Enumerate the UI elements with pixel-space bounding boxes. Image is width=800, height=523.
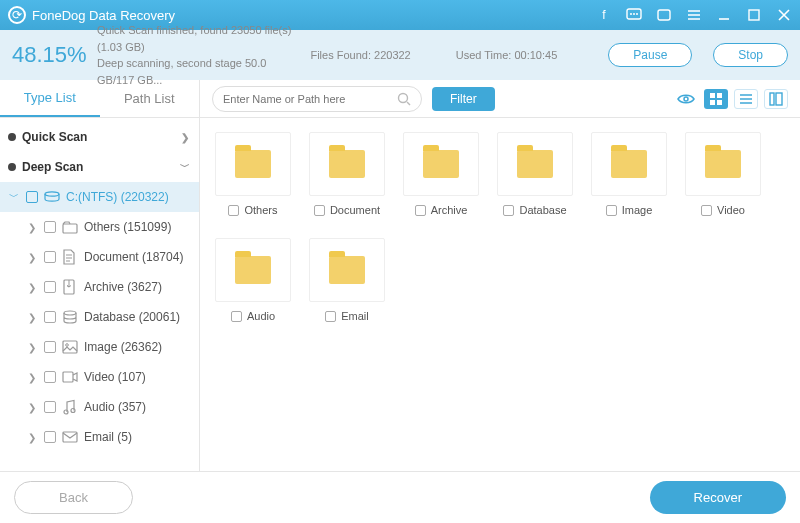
folder-label: Video bbox=[717, 204, 745, 216]
svg-point-19 bbox=[66, 344, 69, 347]
svg-point-2 bbox=[633, 13, 635, 15]
checkbox[interactable] bbox=[26, 191, 38, 203]
tree-item[interactable]: ❯Email (5) bbox=[0, 422, 199, 452]
view-detail-icon[interactable] bbox=[764, 89, 788, 109]
folder-cell[interactable]: Archive bbox=[394, 132, 488, 216]
back-button[interactable]: Back bbox=[14, 481, 133, 514]
stop-button[interactable]: Stop bbox=[713, 43, 788, 67]
svg-point-1 bbox=[630, 13, 632, 15]
folder-icon bbox=[705, 150, 741, 178]
tree-item[interactable]: ❯Video (107) bbox=[0, 362, 199, 392]
chevron-right-icon: ❯ bbox=[26, 372, 38, 383]
tree-item[interactable]: ❯Database (20061) bbox=[0, 302, 199, 332]
checkbox[interactable] bbox=[415, 205, 426, 216]
checkbox[interactable] bbox=[503, 205, 514, 216]
folder-thumbnail bbox=[215, 238, 291, 302]
folder-label: Archive bbox=[431, 204, 468, 216]
folder-icon bbox=[423, 150, 459, 178]
register-icon[interactable] bbox=[656, 7, 672, 23]
chevron-right-icon: ❯ bbox=[26, 282, 38, 293]
view-grid-icon[interactable] bbox=[704, 89, 728, 109]
used-time-value: 00:10:45 bbox=[514, 49, 557, 61]
tree-drive-label: C:(NTFS) (220322) bbox=[66, 190, 191, 204]
tree-drive[interactable]: ﹀ C:(NTFS) (220322) bbox=[0, 182, 199, 212]
app-title: FoneDog Data Recovery bbox=[32, 8, 596, 23]
tree-item[interactable]: ❯Others (151099) bbox=[0, 212, 199, 242]
folder-icon bbox=[235, 150, 271, 178]
tree-item[interactable]: ❯Image (26362) bbox=[0, 332, 199, 362]
folder-cell[interactable]: Document bbox=[300, 132, 394, 216]
folder-cell[interactable]: Audio bbox=[206, 238, 300, 322]
bullet-icon bbox=[8, 163, 16, 171]
checkbox[interactable] bbox=[314, 205, 325, 216]
checkbox[interactable] bbox=[606, 205, 617, 216]
checkbox[interactable] bbox=[44, 401, 56, 413]
checkbox[interactable] bbox=[701, 205, 712, 216]
tree-item[interactable]: ❯Archive (3627) bbox=[0, 272, 199, 302]
folder-cell[interactable]: Database bbox=[488, 132, 582, 216]
checkbox[interactable] bbox=[44, 371, 56, 383]
minimize-icon[interactable] bbox=[716, 7, 732, 23]
view-list-icon[interactable] bbox=[734, 89, 758, 109]
folder-cell[interactable]: Video bbox=[676, 132, 770, 216]
recover-button[interactable]: Recover bbox=[650, 481, 786, 514]
folder-icon bbox=[611, 150, 647, 178]
checkbox[interactable] bbox=[44, 281, 56, 293]
folder-cell[interactable]: Email bbox=[300, 238, 394, 322]
folder-label-row: Image bbox=[606, 204, 653, 216]
svg-rect-5 bbox=[749, 10, 759, 20]
search-box[interactable] bbox=[212, 86, 422, 112]
checkbox[interactable] bbox=[231, 311, 242, 322]
tree-deep-scan[interactable]: Deep Scan ﹀ bbox=[0, 152, 199, 182]
folder-thumbnail bbox=[591, 132, 667, 196]
folder-icon bbox=[329, 256, 365, 284]
folder-label: Audio bbox=[247, 310, 275, 322]
checkbox[interactable] bbox=[44, 341, 56, 353]
checkbox[interactable] bbox=[325, 311, 336, 322]
folder-grid: OthersDocumentArchiveDatabaseImageVideoA… bbox=[200, 118, 800, 471]
tree-item[interactable]: ❯Document (18704) bbox=[0, 242, 199, 272]
folder-icon bbox=[517, 150, 553, 178]
checkbox[interactable] bbox=[228, 205, 239, 216]
app-logo-icon: ⟳ bbox=[8, 6, 26, 24]
checkbox[interactable] bbox=[44, 431, 56, 443]
tree-tabs: Type List Path List bbox=[0, 80, 200, 117]
svg-rect-15 bbox=[63, 224, 77, 233]
folder-label: Database bbox=[519, 204, 566, 216]
folder-cell[interactable]: Others bbox=[206, 132, 300, 216]
folder-icon bbox=[235, 256, 271, 284]
chevron-right-icon: ❯ bbox=[179, 132, 191, 143]
close-icon[interactable] bbox=[776, 7, 792, 23]
tab-path-list[interactable]: Path List bbox=[100, 80, 200, 117]
tree-item-label: Audio (357) bbox=[84, 400, 191, 414]
search-icon[interactable] bbox=[397, 92, 411, 106]
preview-toggle-icon[interactable] bbox=[674, 89, 698, 109]
tree-item[interactable]: ❯Audio (357) bbox=[0, 392, 199, 422]
svg-rect-9 bbox=[717, 93, 722, 98]
folder-label-row: Audio bbox=[231, 310, 275, 322]
checkbox[interactable] bbox=[44, 311, 56, 323]
tab-type-list[interactable]: Type List bbox=[0, 80, 100, 117]
tree-quick-scan[interactable]: Quick Scan ❯ bbox=[0, 122, 199, 152]
used-time-label: Used Time: bbox=[456, 49, 512, 61]
used-time: Used Time: 00:10:45 bbox=[456, 49, 558, 61]
maximize-icon[interactable] bbox=[746, 7, 762, 23]
svg-rect-18 bbox=[63, 341, 77, 353]
tree-item-label: Document (18704) bbox=[84, 250, 191, 264]
svg-point-3 bbox=[636, 13, 638, 15]
filter-button[interactable]: Filter bbox=[432, 87, 495, 111]
checkbox[interactable] bbox=[44, 251, 56, 263]
svg-point-22 bbox=[71, 409, 75, 413]
files-found-value: 220322 bbox=[374, 49, 411, 61]
folder-cell[interactable]: Image bbox=[582, 132, 676, 216]
search-input[interactable] bbox=[223, 93, 397, 105]
facebook-icon[interactable]: f bbox=[596, 7, 612, 23]
feedback-icon[interactable] bbox=[626, 7, 642, 23]
tabs-toolbar: Type List Path List Filter bbox=[0, 80, 800, 118]
chevron-right-icon: ❯ bbox=[26, 342, 38, 353]
checkbox[interactable] bbox=[44, 221, 56, 233]
folder-thumbnail bbox=[685, 132, 761, 196]
pause-button[interactable]: Pause bbox=[608, 43, 692, 67]
menu-icon[interactable] bbox=[686, 7, 702, 23]
folder-label-row: Video bbox=[701, 204, 745, 216]
